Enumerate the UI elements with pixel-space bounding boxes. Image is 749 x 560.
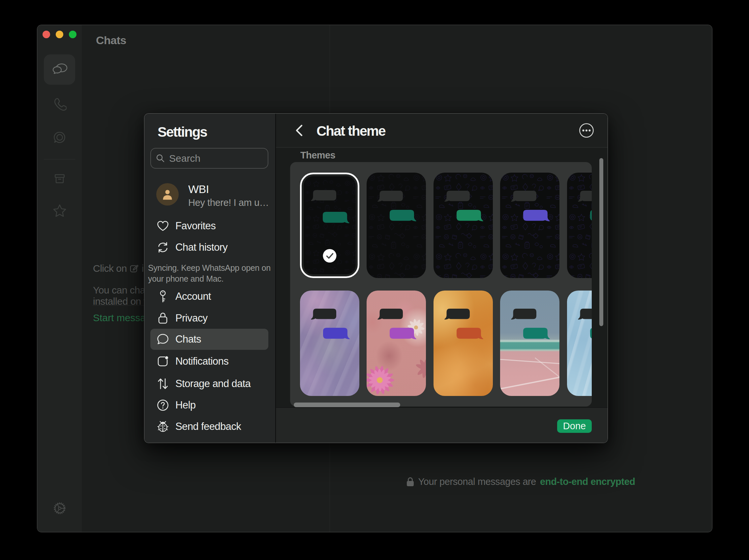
back-button[interactable] <box>292 123 306 138</box>
question-icon <box>150 399 175 411</box>
sidebar-item-settings[interactable] <box>52 501 67 516</box>
settings-item-account[interactable]: Account <box>150 286 269 307</box>
ellipsis-circle-icon <box>579 123 594 138</box>
themes-section-label: Themes <box>300 150 335 161</box>
theme-card[interactable] <box>433 291 493 396</box>
wallpaper-blue-feather <box>567 291 592 396</box>
star-icon <box>52 204 67 218</box>
settings-item-notifications[interactable]: Notifications <box>150 351 269 372</box>
key-icon <box>150 290 175 303</box>
archive-icon <box>53 172 66 185</box>
theme-preview <box>500 173 559 278</box>
search-placeholder: Search <box>169 153 200 164</box>
page-title: Chats <box>96 34 126 47</box>
theme-card[interactable] <box>300 291 359 396</box>
outgoing-bubble <box>390 326 418 343</box>
incoming-bubble <box>377 189 403 205</box>
gear-icon <box>52 501 67 516</box>
more-options-button[interactable] <box>579 123 594 138</box>
close-button[interactable] <box>43 31 50 38</box>
outgoing-bubble <box>323 210 350 227</box>
settings-item-chat-history[interactable]: Chat history <box>150 237 269 258</box>
search-input[interactable]: Search <box>150 148 269 169</box>
theme-card[interactable] <box>500 173 559 278</box>
theme-preview <box>433 173 493 278</box>
outgoing-bubble <box>390 208 418 225</box>
chat-theme-title: Chat theme <box>317 123 385 139</box>
theme-card[interactable] <box>567 291 592 396</box>
outgoing-bubble <box>523 326 551 343</box>
incoming-bubble <box>443 189 470 205</box>
encryption-note-text: Your personal messages are <box>418 476 536 487</box>
incoming-bubble <box>577 189 592 205</box>
sidebar-item-status[interactable] <box>52 130 67 145</box>
doodle-wallpaper <box>367 173 426 278</box>
outgoing-bubble <box>456 208 484 225</box>
minimize-button[interactable] <box>56 31 63 38</box>
doodle-wallpaper <box>567 173 592 278</box>
chat-bubble-icon <box>150 333 175 345</box>
settings-item-label: Chat history <box>175 242 228 253</box>
nav-sidebar <box>37 25 82 532</box>
incoming-bubble <box>310 188 336 205</box>
settings-item-label: Send feedback <box>175 421 241 432</box>
settings-dialog: Settings Search WBI Hey there! I am u… <box>144 114 607 443</box>
outgoing-bubble <box>456 326 484 343</box>
empty-state-text: Click on <box>93 263 127 274</box>
theme-preview <box>567 173 592 278</box>
incoming-bubble <box>377 307 403 323</box>
sidebar-item-archived[interactable] <box>52 171 67 186</box>
theme-card[interactable] <box>433 173 493 278</box>
theme-card[interactable] <box>567 173 592 278</box>
incoming-bubble <box>510 307 536 323</box>
sidebar-item-calls[interactable] <box>52 96 67 111</box>
outgoing-bubble <box>523 208 551 225</box>
profile-name[interactable]: WBI <box>188 183 209 196</box>
settings-item-label: Favorites <box>175 220 216 232</box>
vertical-scrollbar[interactable] <box>599 158 603 326</box>
theme-card[interactable] <box>367 173 426 278</box>
lock-icon <box>406 477 414 487</box>
outgoing-bubble <box>590 326 592 343</box>
settings-item-label: Chats <box>175 333 201 345</box>
chat-theme-pane: Chat theme Themes <box>276 114 607 443</box>
zoom-button[interactable] <box>69 31 77 38</box>
start-messaging-link[interactable]: Start messag <box>93 312 151 323</box>
heart-icon <box>150 220 175 231</box>
sidebar-item-chats[interactable] <box>44 54 75 85</box>
settings-item-storage[interactable]: Storage and data <box>150 373 269 394</box>
theme-preview <box>367 173 426 278</box>
phone-icon <box>53 97 67 111</box>
outgoing-bubble <box>590 208 592 225</box>
settings-item-label: Help <box>175 399 195 411</box>
sync-icon <box>150 242 175 253</box>
chevron-left-icon <box>295 124 303 137</box>
settings-item-send-feedback[interactable]: Send feedback <box>150 416 269 437</box>
settings-item-label: Storage and data <box>175 378 251 390</box>
sidebar-item-starred[interactable] <box>52 203 67 218</box>
theme-card[interactable] <box>300 173 359 278</box>
dialog-footer: Done <box>276 407 607 443</box>
theme-preview <box>304 176 356 274</box>
theme-card[interactable] <box>367 291 426 396</box>
person-icon <box>162 189 173 200</box>
theme-card[interactable] <box>500 291 559 396</box>
wallpaper-holographic <box>300 291 359 396</box>
avatar[interactable] <box>156 183 179 205</box>
done-button[interactable]: Done <box>557 419 592 433</box>
settings-item-privacy[interactable]: Privacy <box>150 308 269 329</box>
themes-grid <box>290 162 592 406</box>
sync-note: Syncing. Keep WhatsApp open on your phon… <box>148 263 276 284</box>
settings-title: Settings <box>157 124 207 140</box>
settings-item-chats[interactable]: Chats <box>150 329 269 350</box>
settings-item-label: Account <box>175 291 211 303</box>
doodle-wallpaper <box>433 173 493 278</box>
settings-item-label: Notifications <box>175 355 229 367</box>
whatsapp-window: Chats Click on i You can chat installed … <box>37 25 712 532</box>
settings-item-help[interactable]: Help <box>150 395 269 416</box>
settings-item-favorites[interactable]: Favorites <box>150 216 269 237</box>
selected-check-icon <box>323 249 337 263</box>
divider <box>44 159 75 159</box>
lock-icon <box>150 312 175 324</box>
horizontal-scrollbar[interactable] <box>294 403 400 407</box>
